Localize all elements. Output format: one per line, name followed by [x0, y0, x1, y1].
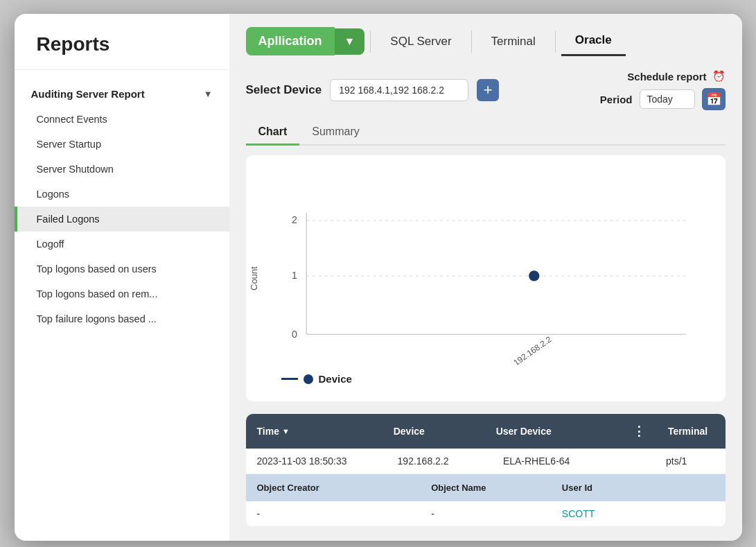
sub-cell-user-id: SCOTT	[551, 501, 726, 526]
table-sub-header: Object Creator Object Name User Id	[246, 474, 726, 501]
more-options-icon: ⋮	[633, 424, 646, 439]
legend-dot	[304, 374, 313, 384]
tab-separator-1	[370, 31, 371, 53]
header-dots[interactable]: ⋮	[622, 421, 657, 442]
cell-time: 2023-11-03 18:50:33	[246, 449, 387, 474]
svg-point-7	[529, 270, 539, 281]
chart-legend: Device	[267, 365, 717, 385]
sub-header-object-name: Object Name	[420, 480, 551, 496]
schedule-report-label: Schedule report	[627, 71, 706, 83]
tab-separator-3	[555, 31, 556, 53]
tab-oracle[interactable]: Oracle	[561, 26, 626, 56]
tab-application-label: Apllication	[258, 34, 322, 49]
sidebar-title: Reports	[15, 14, 229, 70]
data-table: Time ▼ Device User Device ⋮ Terminal	[246, 414, 726, 527]
sub-cell-object-creator: -	[246, 501, 421, 526]
period-row: Period Today 📅	[600, 88, 726, 110]
device-label: Select Device	[246, 83, 322, 97]
calendar-icon: 📅	[706, 92, 721, 107]
right-controls: Schedule report ⏰ Period Today 📅	[600, 70, 726, 110]
table-row: 2023-11-03 18:50:33 192.168.2.2 ELA-RHEL…	[246, 449, 726, 474]
auditing-server-report-header[interactable]: Auditing Server Report ▼	[15, 81, 229, 107]
svg-text:2: 2	[292, 214, 297, 225]
header-user-device: User Device	[485, 421, 622, 442]
sidebar-item-server-startup[interactable]: Server Startup	[15, 132, 229, 157]
tab-chart[interactable]: Chart	[246, 120, 300, 146]
table-header-row: Time ▼ Device User Device ⋮ Terminal	[246, 414, 726, 449]
content-area: Select Device 192 168.4.1,192 168.2.2 + …	[229, 56, 742, 541]
auditing-server-report-label: Auditing Server Report	[31, 88, 145, 100]
sub-header-user-id: User Id	[551, 480, 726, 496]
header-device: Device	[383, 421, 485, 442]
sidebar-item-top-failure-logons[interactable]: Top failure logons based ...	[15, 306, 229, 331]
sidebar-item-connect-events[interactable]: Connect Events	[15, 107, 229, 132]
main-content: Apllication ▼ SQL Server Terminal Oracle	[229, 14, 742, 541]
calendar-button[interactable]: 📅	[702, 88, 726, 110]
cell-user-device: ELA-RHEL6-64	[492, 449, 633, 474]
tab-application-dropdown[interactable]: ▼	[335, 28, 365, 55]
add-device-button[interactable]: +	[477, 79, 499, 101]
svg-text:192.168.2.2: 192.168.2.2	[511, 334, 553, 365]
tab-summary[interactable]: Summary	[299, 120, 371, 146]
device-input[interactable]: 192 168.4.1,192 168.2.2	[330, 79, 468, 101]
tab-separator-2	[471, 31, 472, 53]
chevron-down-icon: ▼	[204, 89, 213, 99]
tab-sql-server[interactable]: SQL Server	[376, 28, 465, 55]
cell-terminal: pts/1	[655, 449, 726, 474]
svg-text:1: 1	[292, 270, 297, 281]
sidebar-items-list: Connect EventsServer StartupServer Shutd…	[15, 107, 229, 331]
device-selector: Select Device 192 168.4.1,192 168.2.2 +	[246, 79, 500, 101]
sort-icon: ▼	[282, 427, 290, 435]
sidebar: Reports Auditing Server Report ▼ Connect…	[15, 14, 229, 541]
cell-dots	[633, 449, 655, 474]
chart-svg: 2 1 0 192.168.2.2	[267, 205, 717, 365]
legend-line	[281, 378, 298, 380]
controls-row: Select Device 192 168.4.1,192 168.2.2 + …	[246, 70, 726, 110]
alarm-icon: ⏰	[712, 70, 726, 83]
sidebar-item-logons[interactable]: Logons	[15, 182, 229, 207]
period-label: Period	[600, 94, 633, 105]
sub-cell-object-name: -	[420, 501, 551, 526]
chart-container: Count 2 1 0	[246, 155, 726, 401]
tab-application[interactable]: Apllication	[246, 27, 335, 55]
cell-device: 192.168.2.2	[387, 449, 492, 474]
legend-label: Device	[319, 373, 352, 385]
sidebar-item-server-shutdown[interactable]: Server Shutdown	[15, 157, 229, 182]
tabs-bar: Apllication ▼ SQL Server Terminal Oracle	[229, 14, 742, 56]
svg-text:0: 0	[292, 329, 297, 340]
table-sub-data-row: - - SCOTT	[246, 501, 726, 527]
sidebar-section: Auditing Server Report ▼ Connect EventsS…	[15, 70, 229, 337]
sub-tabs: Chart Summary	[246, 120, 726, 146]
header-terminal: Terminal	[657, 421, 726, 442]
chevron-down-icon: ▼	[344, 35, 355, 47]
sidebar-item-top-logons-rem[interactable]: Top logons based on rem...	[15, 281, 229, 306]
sidebar-item-logoff[interactable]: Logoff	[15, 232, 229, 257]
schedule-report-button[interactable]: Schedule report ⏰	[627, 70, 725, 83]
period-input[interactable]: Today	[640, 89, 695, 109]
chart-inner: 2 1 0 192.168.2.2 Device	[267, 172, 717, 385]
sidebar-item-top-logons-users[interactable]: Top logons based on users	[15, 257, 229, 281]
header-time[interactable]: Time ▼	[246, 421, 383, 442]
sidebar-item-failed-logons[interactable]: Failed Logons	[15, 207, 229, 232]
chart-y-axis-label: Count	[246, 172, 267, 385]
tab-terminal[interactable]: Terminal	[477, 28, 550, 55]
sub-header-object-creator: Object Creator	[246, 480, 421, 496]
